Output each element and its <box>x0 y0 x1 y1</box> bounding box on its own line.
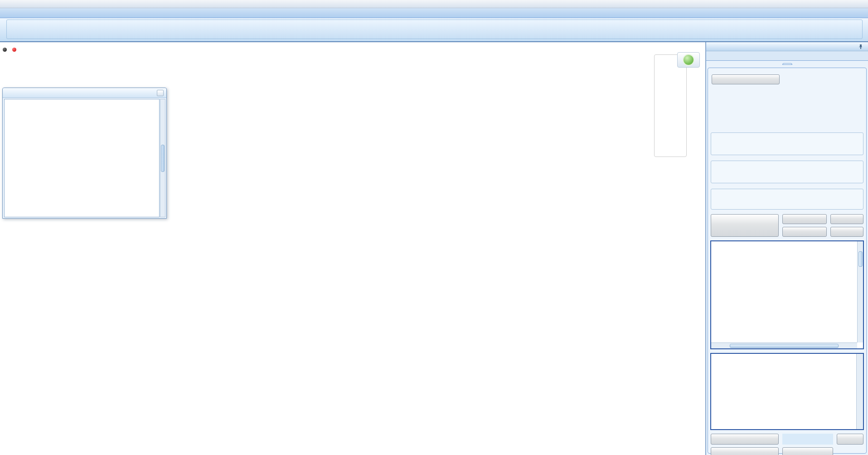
extract-call-button[interactable] <box>782 227 827 237</box>
menu-bar <box>0 8 868 18</box>
scroll-thumb[interactable] <box>161 145 165 172</box>
rain-table-scrollbar[interactable] <box>160 99 165 217</box>
rain-accumulation-window <box>2 88 167 219</box>
call-button[interactable] <box>782 447 833 455</box>
scroll-thumb[interactable] <box>730 344 839 348</box>
generate-message-button[interactable] <box>711 434 779 445</box>
gis-select-button[interactable] <box>782 214 827 224</box>
rain-table <box>4 99 160 217</box>
convective-forecast-group <box>711 189 863 210</box>
voice-preview-button[interactable] <box>711 447 779 455</box>
bottom-buttons <box>711 434 863 455</box>
main-toolbar <box>0 18 868 42</box>
gis-box-label <box>782 63 792 65</box>
extract-sms-button[interactable] <box>711 214 779 237</box>
message-box <box>710 353 864 430</box>
auto-station-rain-group <box>711 132 863 155</box>
contacts-table <box>710 240 864 349</box>
message-scrollbar[interactable] <box>856 354 863 429</box>
normal-dot-icon <box>3 48 7 52</box>
map-zoom-panel <box>677 52 700 68</box>
action-buttons <box>711 214 863 237</box>
radar-map[interactable] <box>0 42 706 455</box>
close-icon[interactable] <box>157 90 164 96</box>
zoom-in-button[interactable] <box>683 54 694 66</box>
pin-icon[interactable] <box>858 44 863 49</box>
message-text[interactable] <box>713 355 855 428</box>
char-count-label <box>782 434 833 445</box>
cancel-select-button[interactable] <box>830 214 863 224</box>
scroll-thumb[interactable] <box>858 251 863 267</box>
app-window <box>0 0 868 455</box>
missing-dot-icon <box>12 48 16 52</box>
map-status-overlay <box>3 45 18 63</box>
contacts-hscrollbar[interactable] <box>711 342 857 348</box>
alarm-group <box>6 20 863 39</box>
gis-select-box <box>708 68 867 454</box>
reflectivity-legend <box>654 54 687 157</box>
realtime-panel <box>706 42 868 455</box>
copy-numbers-button[interactable] <box>830 227 863 237</box>
copy-button[interactable] <box>837 434 863 445</box>
rain-window-titlebar[interactable] <box>3 88 166 98</box>
auto-station-wind-group <box>711 161 863 183</box>
panel-tabs <box>706 51 868 61</box>
level-mode-button[interactable] <box>712 74 780 84</box>
panel-header <box>706 42 868 51</box>
contacts-rows <box>711 241 857 342</box>
window-titlebar <box>0 0 868 8</box>
contacts-vscrollbar[interactable] <box>857 241 863 342</box>
